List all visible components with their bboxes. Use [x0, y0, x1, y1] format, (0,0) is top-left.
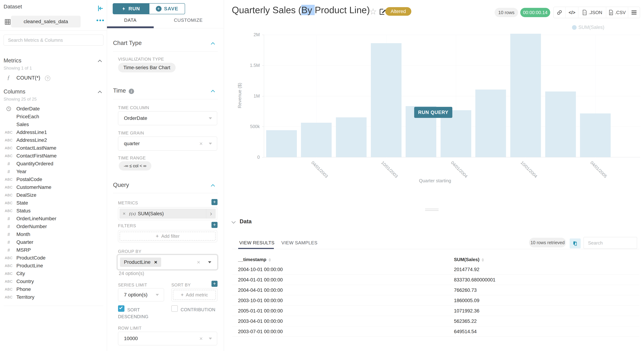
dataset-search-input[interactable]	[4, 35, 103, 46]
column-item-contactfirstname[interactable]: ABCContactFirstName	[0, 152, 107, 160]
group-by-chip[interactable]: ProductLine ×	[120, 258, 161, 267]
remove-chip-icon[interactable]: ×	[154, 259, 157, 265]
bar-2003-10-01[interactable]	[371, 43, 402, 157]
group-by-select[interactable]: ProductLine × ×	[117, 255, 218, 270]
column-item-year[interactable]: #Year	[0, 168, 107, 176]
column-item-orderdate[interactable]: OrderDate	[0, 105, 107, 113]
column-item-quantityordered[interactable]: #QuantityOrdered	[0, 160, 107, 168]
column-item-priceeach[interactable]: PriceEach	[0, 113, 107, 120]
run-query-button[interactable]: RUN QUERY	[414, 107, 452, 118]
add-filter-dropzone[interactable]: + Add filter	[120, 232, 216, 240]
time-column-select[interactable]: OrderDate	[118, 111, 217, 125]
bar-2003-04-01[interactable]	[301, 123, 332, 157]
table-row[interactable]: 2005-01-01 00:00:001071992.36	[232, 306, 639, 316]
tab-view-samples[interactable]: VIEW SAMPLES	[281, 240, 318, 246]
column-item-customername[interactable]: ABCCustomerName	[0, 183, 107, 191]
column-item-quarter[interactable]: #Quarter	[0, 238, 107, 246]
chart-legend[interactable]: SUM(Sales)	[572, 24, 604, 30]
table-row[interactable]: 2003-04-01 00:00:00562365.22	[232, 316, 639, 326]
cell-timestamp: 2003-04-01 00:00:00	[238, 318, 283, 324]
chart-type-collapse-icon[interactable]	[211, 42, 215, 46]
tab-customize[interactable]: CUSTOMIZE	[154, 18, 223, 23]
time-grain-select[interactable]: quarter ×	[118, 136, 217, 150]
page-title[interactable]: Quarterly Sales (By Product Line)	[232, 5, 370, 15]
column-item-state[interactable]: ABCState	[0, 199, 107, 207]
clear-icon[interactable]: ×	[199, 140, 203, 147]
series-limit-select[interactable]: 7 option(s)	[118, 288, 164, 302]
metric-chip[interactable]: × ƒ(x) SUM(Sales) ›	[120, 209, 216, 219]
metrics-collapse-icon[interactable]	[98, 60, 102, 64]
clear-icon[interactable]: ×	[199, 335, 203, 342]
column-header-sum-sales[interactable]: SUM(Sales)	[454, 257, 484, 262]
column-item-orderlinenumber[interactable]: #OrderLineNumber	[0, 215, 107, 222]
clear-icon[interactable]: ×	[197, 259, 200, 266]
column-item-status[interactable]: ABCStatus	[0, 207, 107, 215]
altered-badge[interactable]: Altered	[385, 7, 411, 16]
save-button[interactable]: + SAVE	[149, 3, 185, 14]
column-item-productcode[interactable]: ABCProductCode	[0, 254, 107, 262]
column-item-dealsize[interactable]: ABCDealSize	[0, 191, 107, 199]
dataset-more-menu-icon[interactable]: •••	[96, 17, 105, 24]
bar-2005-04-01[interactable]	[580, 114, 611, 157]
columns-collapse-icon[interactable]	[98, 91, 102, 95]
column-header-timestamp[interactable]: __timestamp	[238, 257, 271, 262]
copy-data-button[interactable]	[570, 238, 581, 248]
bar-2004-10-01[interactable]	[510, 34, 541, 157]
table-row[interactable]: 2004-01-01 00:00:00833730.680000001	[232, 275, 639, 285]
column-item-contactlastname[interactable]: ABCContactLastName	[0, 144, 107, 152]
time-range-value[interactable]: -∞ ≤ col < ∞	[119, 161, 151, 170]
copy-link-button[interactable]	[554, 7, 566, 18]
column-item-ordernumber[interactable]: #OrderNumber	[0, 222, 107, 230]
contribution-checkbox[interactable]	[171, 305, 178, 312]
visualization-type-value[interactable]: Time-series Bar Chart	[118, 63, 176, 72]
remove-metric-icon[interactable]: ×	[120, 211, 129, 216]
tab-data[interactable]: DATA	[107, 18, 154, 23]
panel-resize-handle[interactable]	[425, 209, 438, 212]
table-row[interactable]: 2003-07-01 00:00:00649514.54	[232, 326, 639, 337]
dataset-search[interactable]	[4, 34, 104, 46]
bar-2004-07-01[interactable]	[475, 90, 506, 157]
favorite-star-icon[interactable]: ☆	[369, 6, 377, 16]
time-info-icon[interactable]: i	[129, 89, 134, 94]
bar-2005-01-01[interactable]	[545, 92, 576, 157]
query-collapse-icon[interactable]	[211, 184, 215, 188]
dataset-name[interactable]: cleaned_sales_data	[11, 16, 80, 28]
collapse-panel-icon[interactable]	[96, 5, 104, 12]
add-sort-metric-dropzone[interactable]: + Add metric	[173, 290, 216, 300]
add-sort-metric-button[interactable]: +	[212, 281, 218, 287]
column-item-territory[interactable]: ABCTerritory	[0, 293, 107, 301]
add-metric-button[interactable]: +	[212, 199, 218, 205]
sort-icon[interactable]	[268, 258, 271, 262]
column-item-phone[interactable]: ABCPhone	[0, 285, 107, 293]
column-item-month[interactable]: #Month	[0, 230, 107, 238]
menu-icon[interactable]	[628, 7, 640, 18]
export-json-button[interactable]: <> .JSON	[578, 7, 606, 18]
column-item-city[interactable]: ABCCity	[0, 270, 107, 278]
embed-code-button[interactable]: </>	[566, 7, 578, 18]
time-collapse-icon[interactable]	[211, 90, 215, 94]
bar-2003-01-01[interactable]	[266, 130, 297, 157]
run-button[interactable]: RUN	[113, 3, 149, 14]
column-item-addressline1[interactable]: ABCAddressLine1	[0, 128, 107, 136]
column-item-sales[interactable]: Sales	[0, 120, 107, 128]
column-item-country[interactable]: ABCCountry	[0, 278, 107, 285]
table-row[interactable]: 2003-10-01 00:00:001860005.09	[232, 295, 639, 306]
add-filter-button[interactable]: +	[212, 222, 218, 228]
column-item-postalcode[interactable]: ABCPostalCode	[0, 176, 107, 183]
metric-count-item[interactable]: COUNT(*)	[16, 75, 40, 81]
data-search[interactable]	[584, 237, 637, 249]
column-item-addressline2[interactable]: ABCAddressLine2	[0, 136, 107, 144]
column-item-productline[interactable]: ABCProductLine	[0, 262, 107, 270]
sort-icon[interactable]	[482, 258, 484, 262]
bar-2003-07-01[interactable]	[336, 117, 366, 157]
table-row[interactable]: 2004-10-01 00:00:002014774.92	[232, 264, 639, 275]
tab-view-results[interactable]: VIEW RESULTS	[239, 240, 274, 246]
metric-help-icon[interactable]: ?	[45, 76, 50, 81]
chevron-right-icon[interactable]: ›	[206, 209, 216, 218]
column-item-msrp[interactable]: #MSRP	[0, 246, 107, 254]
row-limit-select[interactable]: 10000 ×	[118, 332, 217, 345]
export-csv-button[interactable]: .CSV	[606, 7, 628, 18]
table-row[interactable]: 2004-04-01 00:00:00766260.73	[232, 285, 639, 295]
data-collapse-icon[interactable]	[232, 220, 236, 224]
data-search-input[interactable]	[584, 237, 637, 248]
